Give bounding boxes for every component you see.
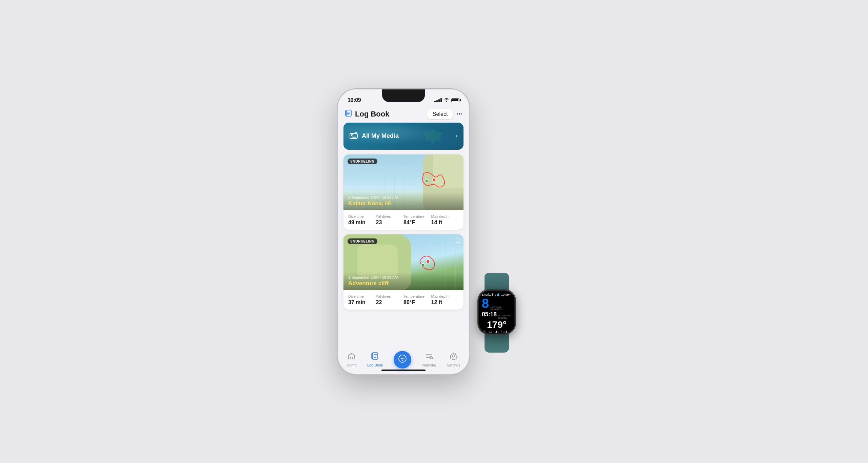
nav-label-settings: Settings bbox=[447, 363, 460, 367]
card-map-1: SNORKELING 2 September 2024 · 10:09 AM K… bbox=[343, 154, 463, 210]
compass-s-label: S bbox=[500, 330, 502, 333]
nav-label-logbook: Log Book bbox=[367, 363, 383, 367]
scroll-content: All My Media › bbox=[338, 123, 469, 310]
log-card-1[interactable]: SNORKELING 2 September 2024 · 10:09 AM K… bbox=[343, 154, 463, 230]
dives-stat-1: #of dives 23 bbox=[376, 214, 404, 226]
card-map-2: SNORKELING 1 September 2024 · 10:09 AM A… bbox=[343, 234, 463, 290]
dives-value-2: 22 bbox=[376, 299, 404, 306]
card-stats-1: Dive time 49 min #of dives 23 Temperatur… bbox=[343, 210, 463, 230]
bottom-nav: Home Log Book bbox=[338, 351, 469, 367]
watch-status-bar: Snorkeling 💧 10:09 ⋯ bbox=[479, 291, 514, 297]
dive-time-label-1: Dive time bbox=[348, 214, 376, 218]
svg-point-17 bbox=[425, 180, 428, 182]
iphone-device: 10:09 bbox=[337, 89, 470, 375]
bookmark-icon bbox=[455, 238, 459, 246]
nav-item-logbook[interactable]: Log Book bbox=[367, 352, 383, 367]
iphone-notch bbox=[382, 89, 425, 102]
log-card-2[interactable]: SNORKELING 1 September 2024 · 10:09 AM A… bbox=[343, 234, 463, 310]
dive-time-stat-2: Dive time 37 min bbox=[348, 294, 376, 306]
card-date-1: 2 September 2024 · 10:09 AM bbox=[348, 195, 459, 199]
header-actions: Select ··· bbox=[427, 109, 462, 119]
dives-value-1: 23 bbox=[376, 219, 404, 226]
nav-label-planning: Planning bbox=[422, 363, 436, 367]
scene: 10:09 bbox=[337, 89, 531, 375]
card-location-2: Adventure cliff bbox=[348, 280, 459, 287]
dive-center-button[interactable] bbox=[394, 351, 411, 369]
wifi-icon bbox=[444, 98, 449, 103]
depth-value-2: 12 ft bbox=[431, 299, 459, 306]
compass-ticks-right bbox=[504, 330, 512, 333]
depth-value-1: 14 ft bbox=[431, 219, 459, 226]
watch-session-time: 05:18 bbox=[482, 311, 497, 318]
watch-app-name: Snorkeling bbox=[482, 293, 496, 296]
watch-screen: Snorkeling 💧 10:09 ⋯ 8 LAST DIVE MAX DEP… bbox=[479, 291, 514, 333]
temp-stat-2: Temperature 80°F bbox=[403, 294, 431, 306]
compass-sw-label: SW bbox=[514, 330, 514, 333]
watch-band-bottom bbox=[485, 334, 509, 353]
watch-body: Snorkeling 💧 10:09 ⋯ 8 LAST DIVE MAX DEP… bbox=[478, 290, 515, 334]
svg-point-19 bbox=[421, 263, 424, 266]
status-time: 10:09 bbox=[348, 97, 361, 103]
watch-depth-number: 8 bbox=[482, 297, 489, 310]
home-icon bbox=[348, 352, 355, 362]
battery-icon bbox=[451, 98, 459, 102]
dives-label-2: #of dives bbox=[376, 294, 404, 298]
watch-compass-bar: SE bbox=[479, 330, 514, 333]
iphone-screen: 10:09 bbox=[338, 89, 469, 374]
settings-icon bbox=[450, 352, 457, 362]
svg-point-13 bbox=[352, 134, 353, 136]
depth-label-1: Max depth bbox=[431, 214, 459, 218]
planning-icon bbox=[425, 352, 433, 362]
temp-stat-1: Temperature 84°F bbox=[403, 214, 431, 226]
svg-rect-15 bbox=[355, 132, 357, 134]
media-banner-content: All My Media › bbox=[343, 132, 463, 140]
watch-heading-display: 179° bbox=[479, 320, 514, 330]
watch-time: 10:09 bbox=[501, 293, 509, 296]
dives-label-1: #of dives bbox=[376, 214, 404, 218]
signal-icon bbox=[434, 98, 442, 102]
header-title-group: Log Book bbox=[345, 110, 389, 119]
all-my-media-banner[interactable]: All My Media › bbox=[343, 123, 463, 150]
watch-depth-display: 8 LAST DIVE MAX DEPTH bbox=[479, 297, 514, 310]
card-date-2: 1 September 2024 · 10:09 AM bbox=[348, 275, 459, 279]
watch-session-label: SNORKELINGSESSION bbox=[498, 315, 511, 319]
dive-time-stat-1: Dive time 49 min bbox=[348, 214, 376, 226]
svg-point-33 bbox=[452, 355, 455, 357]
apple-watch-device: Snorkeling 💧 10:09 ⋯ 8 LAST DIVE MAX DEP… bbox=[463, 273, 531, 354]
depth-stat-1: Max depth 14 ft bbox=[431, 214, 459, 226]
dive-time-label-2: Dive time bbox=[348, 294, 376, 298]
temp-value-2: 80°F bbox=[403, 299, 431, 306]
compass-ticks bbox=[487, 330, 499, 333]
chevron-right-icon: › bbox=[455, 132, 457, 140]
depth-label-2: Max depth bbox=[431, 294, 459, 298]
nav-item-home[interactable]: Home bbox=[347, 352, 357, 367]
temp-label-2: Temperature bbox=[403, 294, 431, 298]
compass-se-label: SE bbox=[482, 330, 486, 333]
logbook-nav-icon bbox=[371, 352, 379, 362]
more-button[interactable]: ··· bbox=[456, 110, 462, 118]
depth-stat-2: Max depth 12 ft bbox=[431, 294, 459, 306]
select-button[interactable]: Select bbox=[427, 109, 453, 119]
nav-item-dive[interactable] bbox=[394, 351, 411, 367]
watch-more-icon: ⋯ bbox=[509, 293, 512, 296]
svg-line-32 bbox=[432, 358, 433, 359]
snorkeling-tag-2: SNORKELING bbox=[348, 238, 377, 244]
status-icons bbox=[434, 98, 459, 103]
svg-point-18 bbox=[426, 260, 430, 263]
nav-label-home: Home bbox=[347, 363, 357, 367]
temp-label-1: Temperature bbox=[403, 214, 431, 218]
logbook-icon bbox=[345, 110, 352, 118]
page-title: Log Book bbox=[355, 110, 389, 119]
nav-item-planning[interactable]: Planning bbox=[422, 352, 436, 367]
nav-item-settings[interactable]: Settings bbox=[447, 352, 460, 367]
svg-point-16 bbox=[432, 178, 436, 182]
media-icon bbox=[350, 132, 358, 140]
dive-time-value-2: 37 min bbox=[348, 299, 376, 306]
card-overlay-2: 1 September 2024 · 10:09 AM Adventure cl… bbox=[343, 272, 463, 290]
dives-stat-2: #of dives 22 bbox=[376, 294, 404, 306]
card-location-1: Kailua-Kona, HI bbox=[348, 200, 459, 207]
water-drop-icon: 💧 bbox=[496, 293, 500, 296]
media-label: All My Media bbox=[362, 132, 399, 140]
snorkeling-tag-1: SNORKELING bbox=[348, 159, 377, 164]
card-overlay-1: 2 September 2024 · 10:09 AM Kailua-Kona,… bbox=[343, 192, 463, 210]
